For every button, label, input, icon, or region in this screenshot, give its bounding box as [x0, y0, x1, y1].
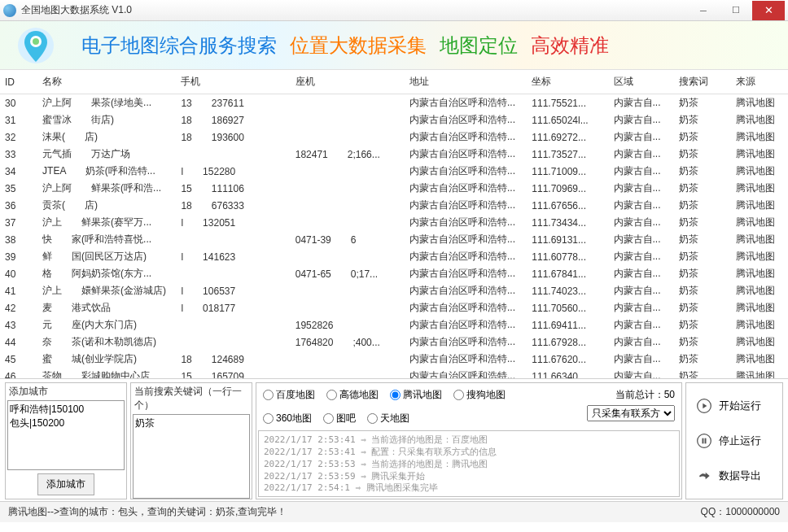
- cell-id: 34: [0, 163, 37, 180]
- cell-addr: 内蒙古自治区呼和浩特...: [405, 163, 527, 180]
- map-radio-row-1: 百度地图高德地图腾讯地图搜狗地图: [256, 383, 580, 407]
- minimize-button[interactable]: ─: [687, 1, 720, 20]
- cell-mob: l 106537: [176, 282, 290, 299]
- table-row[interactable]: 46茶物 彩城购物中心店15 165709内蒙古自治区呼和浩特...111.66…: [0, 368, 788, 379]
- cell-tel: 0471-65 0;17...: [291, 265, 405, 282]
- map-radio[interactable]: 360地图: [263, 412, 312, 425]
- svg-point-2: [33, 38, 39, 45]
- cell-src: 腾讯地图: [731, 214, 788, 231]
- map-radio[interactable]: 高德地图: [326, 388, 379, 402]
- col-addr[interactable]: 地址: [405, 70, 527, 94]
- banner-text-4: 高效精准: [531, 33, 609, 59]
- cell-coord: 111.69272...: [527, 129, 608, 146]
- cell-addr: 内蒙古自治区呼和浩特...: [405, 299, 527, 316]
- panel-keyword-title: 当前搜索关键词（一行一个）: [131, 383, 252, 414]
- data-table: ID 名称 手机 座机 地址 坐标 区域 搜索词 来源 30沪上阿 果茶(绿地美…: [0, 70, 788, 379]
- keyword-textarea[interactable]: [133, 414, 250, 499]
- table-row[interactable]: 34JTEA 奶茶(呼和浩特...l 152280内蒙古自治区呼和浩特...11…: [0, 163, 788, 180]
- cell-coord: 111.73527...: [527, 146, 608, 163]
- stop-button[interactable]: 停止运行: [690, 428, 779, 454]
- cell-kw: 奶茶: [674, 111, 731, 129]
- cell-addr: 内蒙古自治区呼和浩特...: [405, 351, 527, 368]
- cell-tel: [291, 214, 405, 231]
- titlebar: 全国地图大数据系统 V1.0 ─ ☐ ✕: [0, 0, 788, 21]
- table-row[interactable]: 42麦 港式饮品l 018177内蒙古自治区呼和浩特...111.70560..…: [0, 299, 788, 316]
- statusbar: 腾讯地图-->查询的城市：包头，查询的关键词：奶茶,查询完毕！ QQ：10000…: [0, 501, 788, 522]
- pause-icon: [696, 433, 712, 449]
- cell-name: 贡茶( 店): [37, 197, 176, 214]
- table-row[interactable]: 38快 家(呼和浩特喜悦...0471-39 6内蒙古自治区呼和浩特...111…: [0, 231, 788, 248]
- table-row[interactable]: 39鲜 国(回民区万达店)l 141623内蒙古自治区呼和浩特...111.60…: [0, 248, 788, 265]
- cell-name: JTEA 奶茶(呼和浩特...: [37, 163, 176, 180]
- table-row[interactable]: 44奈 茶(诺和木勒凯德店)1764820 ;400...内蒙古自治区呼和浩特.…: [0, 334, 788, 351]
- export-button[interactable]: 数据导出: [690, 463, 779, 489]
- cell-name: 蜜雪冰 街店): [37, 111, 176, 129]
- cell-tel: [291, 129, 405, 146]
- table-row[interactable]: 43元 座(内大东门店)1952826 内蒙古自治区呼和浩特...111.694…: [0, 316, 788, 334]
- cell-name: 元 座(内大东门店): [37, 316, 176, 334]
- cell-src: 腾讯地图: [731, 351, 788, 368]
- cell-mob: 18 193600: [176, 129, 290, 146]
- cell-src: 腾讯地图: [731, 265, 788, 282]
- collect-mode-select[interactable]: 只采集有联系方: [587, 405, 675, 421]
- cell-name: 沪上阿 鲜果茶(呼和浩...: [37, 180, 176, 197]
- table-row[interactable]: 41沪上 嬛鲜果茶(金游城店)l 106537内蒙古自治区呼和浩特...111.…: [0, 282, 788, 299]
- cell-id: 37: [0, 214, 37, 231]
- cell-coord: 111.70560...: [527, 299, 608, 316]
- table-row[interactable]: 40格 阿妈奶茶馆(东方...0471-65 0;17...内蒙古自治区呼和浩特…: [0, 265, 788, 282]
- col-name[interactable]: 名称: [37, 70, 176, 94]
- cell-mob: [176, 334, 290, 351]
- cell-addr: 内蒙古自治区呼和浩特...: [405, 180, 527, 197]
- cell-kw: 奶茶: [674, 146, 731, 163]
- col-coord[interactable]: 坐标: [527, 70, 608, 94]
- table-row[interactable]: 45蜜 城(创业学院店)18 124689内蒙古自治区呼和浩特...111.67…: [0, 351, 788, 368]
- table-row[interactable]: 36贡茶( 店)18 676333内蒙古自治区呼和浩特...111.67656.…: [0, 197, 788, 214]
- cell-tel: [291, 111, 405, 129]
- cell-tel: [291, 351, 405, 368]
- table-row[interactable]: 30沪上阿 果茶(绿地美...13 237611内蒙古自治区呼和浩特...111…: [0, 94, 788, 112]
- map-radio[interactable]: 图吧: [323, 412, 356, 425]
- cell-mob: l 018177: [176, 299, 290, 316]
- col-tel[interactable]: 座机: [291, 70, 405, 94]
- map-radio[interactable]: 百度地图: [263, 388, 315, 402]
- table-row[interactable]: 35沪上阿 鲜果茶(呼和浩...15 111106内蒙古自治区呼和浩特...11…: [0, 180, 788, 197]
- cell-tel: 1952826: [291, 316, 405, 334]
- panel-keywords: 当前搜索关键词（一行一个）: [130, 382, 252, 499]
- table-container[interactable]: ID 名称 手机 座机 地址 坐标 区域 搜索词 来源 30沪上阿 果茶(绿地美…: [0, 70, 788, 379]
- cell-area: 内蒙古自...: [609, 334, 674, 351]
- cell-mob: 15 165709: [176, 368, 290, 379]
- table-row[interactable]: 37沪上 鲜果茶(赛罕万...l 132051内蒙古自治区呼和浩特...111.…: [0, 214, 788, 231]
- map-radio[interactable]: 腾讯地图: [390, 388, 442, 402]
- cell-tel: [291, 94, 405, 112]
- table-row[interactable]: 33元气插 万达广场182471 2;166...内蒙古自治区呼和浩特...11…: [0, 146, 788, 163]
- col-source[interactable]: 来源: [731, 70, 788, 94]
- col-keyword[interactable]: 搜索词: [674, 70, 731, 94]
- map-radio[interactable]: 天地图: [367, 412, 409, 425]
- add-city-button[interactable]: 添加城市: [37, 473, 94, 495]
- panel-actions: 开始运行 停止运行 数据导出: [685, 382, 783, 499]
- cell-id: 46: [0, 368, 37, 379]
- map-radio[interactable]: 搜狗地图: [453, 388, 506, 402]
- table-row[interactable]: 32沫果( 店)18 193600内蒙古自治区呼和浩特...111.69272.…: [0, 129, 788, 146]
- cell-coord: 111.67928...: [527, 334, 608, 351]
- start-button[interactable]: 开始运行: [690, 393, 779, 419]
- cell-coord: 111.69131...: [527, 231, 608, 248]
- cell-id: 31: [0, 111, 37, 129]
- city-textarea[interactable]: [7, 400, 125, 470]
- cell-area: 内蒙古自...: [609, 163, 674, 180]
- cell-addr: 内蒙古自治区呼和浩特...: [405, 146, 527, 163]
- table-row[interactable]: 31蜜雪冰 街店)18 186927内蒙古自治区呼和浩特...111.65024…: [0, 111, 788, 129]
- cell-kw: 奶茶: [674, 316, 731, 334]
- col-mobile[interactable]: 手机: [176, 70, 290, 94]
- col-id[interactable]: ID: [0, 70, 37, 94]
- cell-mob: [176, 146, 290, 163]
- svg-point-4: [698, 434, 711, 448]
- banner-text-3: 地图定位: [440, 33, 518, 59]
- col-area[interactable]: 区域: [609, 70, 674, 94]
- maximize-button[interactable]: ☐: [720, 1, 752, 20]
- cell-id: 45: [0, 351, 37, 368]
- cell-coord: 111.71009...: [527, 163, 608, 180]
- cell-name: 沪上阿 果茶(绿地美...: [37, 94, 176, 112]
- close-button[interactable]: ✕: [752, 1, 785, 20]
- cell-area: 内蒙古自...: [609, 299, 674, 316]
